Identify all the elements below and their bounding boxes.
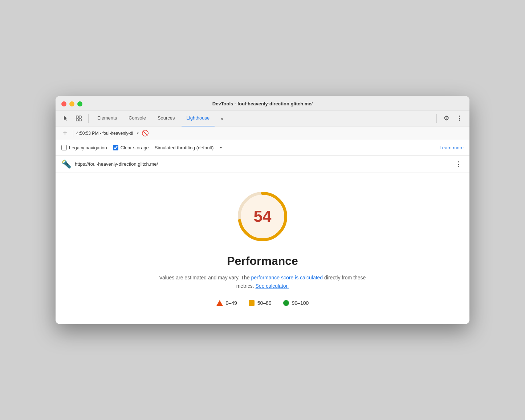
maximize-button[interactable] bbox=[77, 101, 82, 106]
calculator-link[interactable]: See calculator. bbox=[256, 283, 289, 289]
legacy-navigation-checkbox-label[interactable]: Legacy navigation bbox=[61, 145, 107, 150]
more-tabs-icon[interactable]: » bbox=[216, 113, 228, 124]
performance-description: Values are estimated and may vary. The p… bbox=[154, 274, 371, 290]
session-label: 4:50:53 PM - foul-heavenly-di bbox=[76, 131, 133, 136]
window-title: DevTools - foul-heavenly-direction.glitc… bbox=[212, 101, 313, 106]
secondary-toolbar: + 4:50:53 PM - foul-heavenly-di ▾ 🚫 bbox=[56, 126, 469, 140]
tab-lighthouse[interactable]: Lighthouse bbox=[182, 110, 215, 126]
score-number: 54 bbox=[254, 207, 272, 226]
lighthouse-icon: 🔦 bbox=[61, 159, 71, 169]
svg-rect-1 bbox=[79, 116, 81, 118]
toolbar-divider-1 bbox=[88, 114, 89, 123]
block-icon[interactable]: 🚫 bbox=[142, 130, 149, 137]
layers-icon[interactable] bbox=[73, 113, 85, 124]
score-gauge: 54 bbox=[233, 187, 292, 246]
svg-rect-3 bbox=[79, 119, 81, 121]
tab-elements[interactable]: Elements bbox=[92, 110, 122, 126]
dropdown-arrow-icon[interactable]: ▾ bbox=[137, 131, 139, 135]
minimize-button[interactable] bbox=[69, 101, 74, 106]
clear-storage-checkbox-label[interactable]: Clear storage bbox=[113, 145, 149, 150]
perf-score-link[interactable]: performance score is calculated bbox=[251, 275, 323, 280]
title-bar: DevTools - foul-heavenly-direction.glitc… bbox=[56, 96, 469, 110]
tab-sources[interactable]: Sources bbox=[152, 110, 180, 126]
main-content: 54 Performance Values are estimated and … bbox=[56, 173, 469, 324]
legacy-navigation-label: Legacy navigation bbox=[69, 145, 107, 150]
options-bar: Legacy navigation Clear storage Simulate… bbox=[56, 140, 469, 156]
url-bar: 🔦 https://foul-heavenly-direction.glitch… bbox=[56, 156, 469, 173]
legend-item-green: 90–100 bbox=[283, 300, 309, 306]
performance-title: Performance bbox=[227, 254, 298, 268]
tab-console[interactable]: Console bbox=[123, 110, 151, 126]
green-circle-icon bbox=[283, 300, 289, 306]
devtools-window: DevTools - foul-heavenly-direction.glitc… bbox=[56, 96, 469, 324]
cursor-icon[interactable] bbox=[60, 113, 72, 124]
legend-range-2: 50–89 bbox=[257, 300, 272, 306]
throttling-label: Simulated throttling (default) bbox=[155, 145, 214, 150]
legend-item-red: 0–49 bbox=[216, 300, 237, 306]
svg-rect-2 bbox=[76, 119, 78, 121]
legend-item-orange: 50–89 bbox=[249, 300, 272, 306]
url-text: https://foul-heavenly-direction.glitch.m… bbox=[75, 161, 450, 167]
legacy-navigation-checkbox[interactable] bbox=[61, 145, 67, 150]
more-options-icon[interactable]: ⋮ bbox=[453, 113, 465, 124]
red-triangle-icon bbox=[216, 300, 223, 306]
legend-range-1: 0–49 bbox=[226, 300, 237, 306]
close-button[interactable] bbox=[61, 101, 66, 106]
clear-storage-checkbox[interactable] bbox=[113, 145, 118, 150]
toolbar-divider-2 bbox=[436, 114, 437, 123]
traffic-lights bbox=[61, 101, 82, 106]
devtools-toolbar: Elements Console Sources Lighthouse » ⚙ … bbox=[56, 110, 469, 126]
description-text-1: Values are estimated and may vary. The bbox=[159, 275, 251, 280]
url-more-button[interactable]: ⋮ bbox=[453, 159, 464, 169]
clear-storage-label: Clear storage bbox=[121, 145, 149, 150]
learn-more-link[interactable]: Learn more bbox=[440, 145, 464, 150]
toolbar-right-icons: ⚙ ⋮ bbox=[440, 113, 465, 124]
settings-icon[interactable]: ⚙ bbox=[440, 113, 452, 124]
legend-range-3: 90–100 bbox=[292, 300, 309, 306]
add-button[interactable]: + bbox=[60, 128, 70, 138]
score-legend: 0–49 50–89 90–100 bbox=[216, 300, 309, 306]
throttling-dropdown-icon[interactable]: ▾ bbox=[220, 146, 222, 150]
secondary-divider bbox=[73, 130, 73, 137]
orange-square-icon bbox=[249, 300, 255, 306]
svg-rect-0 bbox=[76, 116, 78, 118]
